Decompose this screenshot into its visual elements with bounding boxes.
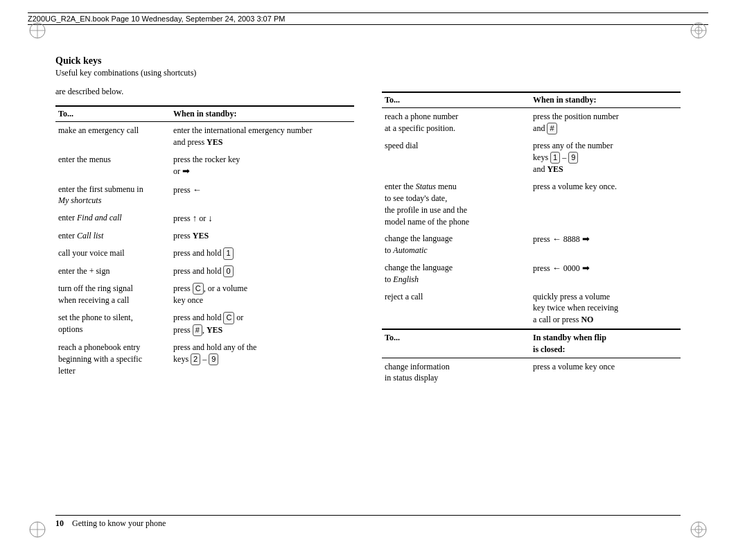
right-section2-col2-header: In standby when flipis closed: [530, 329, 681, 358]
right-col1-header: To... [382, 92, 530, 108]
table-row: change informationin status display pres… [382, 358, 681, 387]
corner-mark-tl [28, 21, 47, 40]
table-row: enter Call list press YES [55, 227, 354, 245]
left-to-cell: make an emergency call [55, 122, 170, 151]
left-col2-header: When in standby: [170, 106, 354, 122]
left-to-cell: enter the menus [55, 151, 170, 181]
left-when-cell: press ← [170, 181, 354, 210]
right-table: To... When in standby: reach a phone num… [382, 91, 681, 387]
left-column: Quick keys Useful key combinations (usin… [55, 55, 354, 387]
section-subtitle-line1: Useful key combinations (using shortcuts… [55, 68, 354, 78]
right-when-cell: press a volume key once. [530, 178, 681, 230]
left-to-cell: call your voice mail [55, 245, 170, 262]
header-bar: Z200UG_R2A_EN.book Page 10 Wednesday, Se… [28, 12, 708, 25]
footer-page-number: 10 [55, 518, 64, 529]
right-when-cell: press ← 8888 ➡ [530, 230, 681, 259]
table-row: enter Find and call press ↑ or ↓ [55, 209, 354, 227]
table-row: change the languageto Automatic press ← … [382, 230, 681, 259]
table-row: reject a call quickly press a volumekey … [382, 288, 681, 329]
table-row: enter the first submenu inMy shortcuts p… [55, 181, 354, 210]
left-to-cell: set the phone to silent,options [55, 309, 170, 339]
table-row: enter the Status menuto see today's date… [382, 178, 681, 230]
footer-bar: 10 Getting to know your phone [55, 515, 681, 529]
left-when-cell: press and hold any of thekeys 2 – 9 [170, 339, 354, 379]
table-row: call your voice mail press and hold 1 [55, 245, 354, 262]
right-to-cell: reach a phone numberat a specific positi… [382, 108, 530, 138]
section-subtitle-line2: are described below. [55, 87, 354, 97]
table-row: set the phone to silent,options press an… [55, 309, 354, 339]
right-section2-header-row: To... In standby when flipis closed: [382, 329, 681, 358]
left-when-cell: enter the international emergency number… [170, 122, 354, 151]
left-to-cell: enter the first submenu inMy shortcuts [55, 181, 170, 210]
left-to-cell: enter Call list [55, 227, 170, 245]
table-row: speed dial press any of the numberkeys 1… [382, 137, 681, 178]
left-to-cell: reach a phonebook entrybeginning with a … [55, 339, 170, 379]
left-to-cell: enter Find and call [55, 209, 170, 227]
content-area: Quick keys Useful key combinations (usin… [55, 55, 681, 505]
right-when-cell: quickly press a volumekey twice when rec… [530, 288, 681, 329]
right-to-cell: enter the Status menuto see today's date… [382, 178, 530, 230]
left-when-cell: press YES [170, 227, 354, 245]
left-when-cell: press C, or a volumekey once [170, 280, 354, 309]
corner-mark-tr [689, 21, 708, 40]
left-col1-header: To... [55, 106, 170, 122]
right-s2-to-cell: change informationin status display [382, 358, 530, 387]
right-when-cell: press ← 0000 ➡ [530, 259, 681, 288]
right-when-cell: press the position numberand # [530, 108, 681, 138]
left-to-cell: enter the + sign [55, 263, 170, 280]
right-s2-when-cell: press a volume key once [530, 358, 681, 387]
table-row: turn off the ring signalwhen receiving a… [55, 280, 354, 309]
footer-text: Getting to know your phone [72, 518, 166, 529]
table-row: change the languageto English press ← 00… [382, 259, 681, 288]
right-when-cell: press any of the numberkeys 1 – 9and YES [530, 137, 681, 178]
header-text: Z200UG_R2A_EN.book Page 10 Wednesday, Se… [28, 15, 285, 23]
right-to-cell: speed dial [382, 137, 530, 178]
page-container: Z200UG_R2A_EN.book Page 10 Wednesday, Se… [0, 0, 736, 560]
left-table-header-row: To... When in standby: [55, 106, 354, 122]
right-col2-header: When in standby: [530, 92, 681, 108]
table-row: reach a phone numberat a specific positi… [382, 108, 681, 138]
left-when-cell: press and hold 0 [170, 263, 354, 280]
columns-wrapper: Quick keys Useful key combinations (usin… [55, 55, 681, 387]
corner-mark-br [689, 520, 708, 539]
right-section2-col1-header: To... [382, 329, 530, 358]
left-table: To... When in standby: make an emergency… [55, 105, 354, 379]
left-when-cell: press and hold 1 [170, 245, 354, 262]
right-to-cell: change the languageto English [382, 259, 530, 288]
section-title: Quick keys [55, 55, 354, 67]
left-when-cell: press and hold C orpress #, YES [170, 309, 354, 339]
left-when-cell: press ↑ or ↓ [170, 209, 354, 227]
right-to-cell: reject a call [382, 288, 530, 329]
table-row: make an emergency call enter the interna… [55, 122, 354, 151]
table-row: enter the + sign press and hold 0 [55, 263, 354, 280]
left-to-cell: turn off the ring signalwhen receiving a… [55, 280, 170, 309]
right-column: To... When in standby: reach a phone num… [382, 55, 681, 387]
corner-mark-bl [28, 520, 47, 539]
table-row: reach a phonebook entrybeginning with a … [55, 339, 354, 379]
right-table-header-row: To... When in standby: [382, 92, 681, 108]
table-row: enter the menus press the rocker keyor ➡ [55, 151, 354, 181]
right-to-cell: change the languageto Automatic [382, 230, 530, 259]
left-when-cell: press the rocker keyor ➡ [170, 151, 354, 181]
